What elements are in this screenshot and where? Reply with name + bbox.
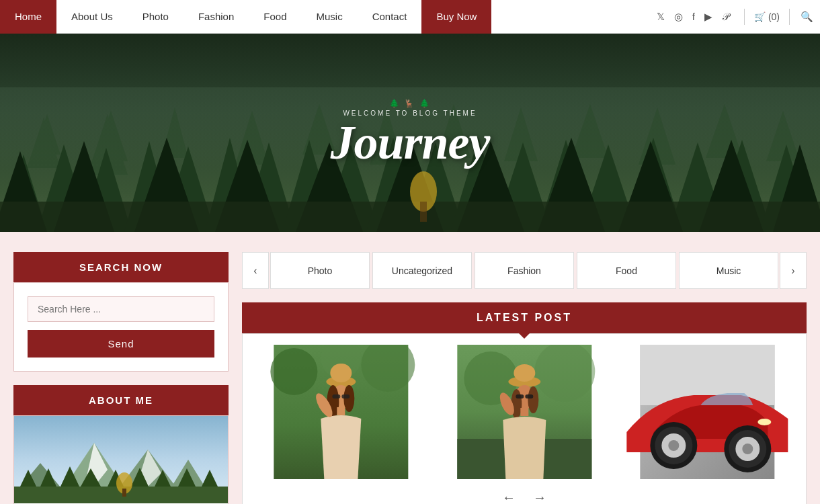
nav-food[interactable]: Food (249, 0, 301, 34)
svg-rect-48 (420, 202, 427, 222)
about-header: ABOUT ME (13, 385, 229, 415)
posts-prev-button[interactable]: ← (499, 487, 519, 504)
tab-photo[interactable]: Photo (270, 252, 370, 289)
tab-next-arrow[interactable]: › (780, 252, 807, 289)
hero-tagline: WELCOME TO BLOG THEME (330, 110, 489, 117)
search-icon[interactable]: 🔍 (794, 11, 820, 23)
nav-divider-2 (789, 9, 790, 25)
tab-music[interactable]: Music (679, 252, 778, 289)
hero-logo: 🌲 🦌 🌲 WELCOME TO BLOG THEME Journey (330, 99, 489, 167)
nav-fashion[interactable]: Fashion (183, 0, 249, 34)
post-image-1 (253, 345, 429, 479)
svg-point-82 (270, 348, 317, 395)
mountain-svg (14, 416, 228, 503)
category-tabs: ‹ Photo Uncategorized Fashion Food Music… (242, 252, 807, 289)
pinterest-icon[interactable]: 𝒫 (722, 11, 729, 23)
svg-point-117 (758, 419, 772, 425)
tab-fashion[interactable]: Fashion (475, 252, 574, 289)
svg-rect-106 (525, 394, 533, 398)
sidebar: SEARCH NOW Send ABOUT ME (13, 252, 229, 504)
posts-container: ← → (242, 333, 807, 504)
nav-about[interactable]: About Us (56, 0, 128, 34)
twitter-icon[interactable]: 𝕏 (657, 11, 665, 23)
content-area: ‹ Photo Uncategorized Fashion Food Music… (242, 252, 807, 504)
post-navigation: ← → (253, 479, 795, 504)
facebook-icon[interactable]: f (692, 11, 695, 22)
tab-uncategorized[interactable]: Uncategorized (372, 252, 472, 289)
svg-point-86 (330, 364, 352, 382)
svg-point-116 (743, 444, 753, 454)
hero-title: Journey (330, 118, 489, 167)
youtube-icon[interactable]: ▶ (704, 11, 712, 23)
about-box (13, 415, 229, 504)
nav-items: Home About Us Photo Fashion Food Music C… (0, 0, 646, 34)
cart-icon: 🛒 (754, 11, 766, 22)
nav-music[interactable]: Music (302, 0, 358, 34)
post-image-3 (620, 345, 795, 479)
main-nav: Home About Us Photo Fashion Food Music C… (0, 0, 820, 34)
svg-point-102 (528, 386, 538, 413)
svg-point-112 (669, 440, 680, 451)
tab-food[interactable]: Food (577, 252, 676, 289)
search-input[interactable] (28, 296, 214, 322)
svg-rect-90 (337, 407, 345, 415)
search-box: Send (13, 282, 229, 372)
svg-rect-67 (122, 489, 126, 497)
posts-grid (253, 345, 795, 479)
nav-contact[interactable]: Contact (358, 0, 422, 34)
svg-rect-92 (332, 394, 340, 398)
tab-prev-arrow[interactable]: ‹ (242, 252, 269, 289)
hero-logo-icon: 🌲 🦌 🌲 (330, 99, 489, 108)
nav-cart[interactable]: 🛒 (0) (749, 11, 785, 22)
send-button[interactable]: Send (28, 330, 214, 358)
hero-section: 🌲 🦌 🌲 WELCOME TO BLOG THEME Journey (0, 34, 820, 232)
svg-point-99 (514, 364, 535, 382)
nav-home[interactable]: Home (0, 0, 56, 34)
nav-social: 𝕏 ◎ f ▶ 𝒫 (646, 11, 740, 23)
post-card-1[interactable] (253, 345, 429, 479)
main-layout: SEARCH NOW Send ABOUT ME (0, 232, 820, 504)
search-header: SEARCH NOW (13, 252, 229, 282)
nav-buy-now[interactable]: Buy Now (421, 0, 491, 34)
nav-photo[interactable]: Photo (128, 0, 183, 34)
post-image-2 (437, 345, 612, 479)
svg-rect-105 (516, 394, 524, 398)
post-card-3[interactable] (620, 345, 795, 479)
post-card-2[interactable] (437, 345, 612, 479)
cart-count: (0) (768, 11, 780, 22)
posts-next-button[interactable]: → (530, 487, 550, 504)
svg-rect-103 (520, 408, 528, 416)
about-mountain-bg (14, 416, 228, 503)
latest-post-header: LATEST POST (242, 302, 807, 333)
svg-rect-93 (341, 394, 350, 398)
instagram-icon[interactable]: ◎ (674, 11, 683, 23)
svg-rect-46 (0, 202, 820, 232)
nav-divider (744, 9, 745, 25)
svg-point-95 (464, 351, 518, 405)
